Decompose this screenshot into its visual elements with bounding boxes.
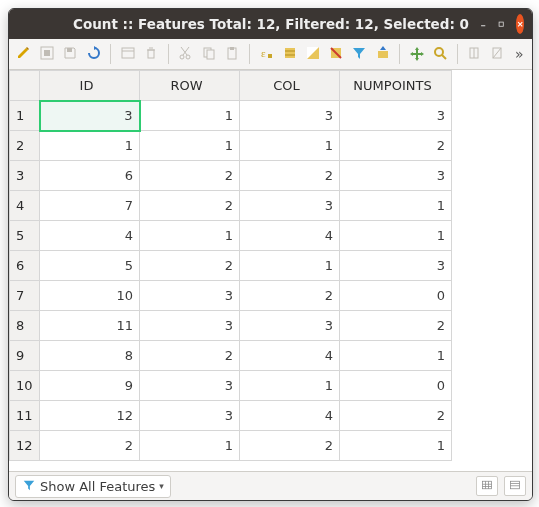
table-cell[interactable]: 9: [40, 371, 140, 401]
table-cell[interactable]: 2: [140, 191, 240, 221]
add-feature-button[interactable]: [117, 43, 138, 65]
select-all-button[interactable]: [279, 43, 300, 65]
paste-button[interactable]: [221, 43, 242, 65]
feature-filter-dropdown[interactable]: Show All Features ▾: [15, 475, 171, 498]
select-all-icon: [282, 45, 298, 64]
column-header-row[interactable]: ROW: [140, 71, 240, 101]
table-cell[interactable]: 2: [340, 311, 452, 341]
cut-button[interactable]: [175, 43, 196, 65]
svg-rect-39: [511, 481, 520, 489]
column-header-id[interactable]: ID: [40, 71, 140, 101]
move-selection-top-button[interactable]: [372, 43, 393, 65]
table-cell[interactable]: 4: [240, 221, 340, 251]
toggle-editing-button[interactable]: [13, 43, 34, 65]
table-cell[interactable]: 2: [40, 431, 140, 461]
table-cell[interactable]: 2: [140, 161, 240, 191]
table-cell[interactable]: 3: [140, 371, 240, 401]
table-cell[interactable]: 2: [340, 131, 452, 161]
table-cell[interactable]: 10: [40, 281, 140, 311]
table-cell[interactable]: 1: [40, 131, 140, 161]
zoom-to-selected-button[interactable]: [430, 43, 451, 65]
table-cell[interactable]: 3: [140, 311, 240, 341]
table-cell[interactable]: 3: [240, 311, 340, 341]
row-header[interactable]: 8: [10, 311, 40, 341]
table-cell[interactable]: 1: [340, 221, 452, 251]
table-cell[interactable]: 4: [240, 341, 340, 371]
attribute-table-scroll[interactable]: ID ROW COL NUMPOINTS 1313321112362234723…: [9, 70, 532, 471]
reload-button[interactable]: [83, 43, 104, 65]
table-cell[interactable]: 3: [140, 401, 240, 431]
table-cell[interactable]: 3: [40, 101, 140, 131]
row-header[interactable]: 6: [10, 251, 40, 281]
table-cell[interactable]: 1: [140, 101, 240, 131]
svg-rect-34: [483, 481, 492, 489]
table-view-button[interactable]: [476, 476, 498, 496]
table-cell[interactable]: 3: [340, 251, 452, 281]
deselect-all-button[interactable]: [325, 43, 346, 65]
table-cell[interactable]: 6: [40, 161, 140, 191]
new-field-button[interactable]: [464, 43, 485, 65]
copy-button[interactable]: [198, 43, 219, 65]
row-header[interactable]: 10: [10, 371, 40, 401]
delete-field-button[interactable]: [487, 43, 508, 65]
row-header[interactable]: 1: [10, 101, 40, 131]
filter-selection-button[interactable]: [349, 43, 370, 65]
table-cell[interactable]: 7: [40, 191, 140, 221]
table-cell[interactable]: 2: [240, 161, 340, 191]
window-close-button[interactable]: [516, 14, 524, 34]
table-cell[interactable]: 2: [140, 341, 240, 371]
table-cell[interactable]: 1: [340, 191, 452, 221]
table-cell[interactable]: 12: [40, 401, 140, 431]
form-view-button[interactable]: [504, 476, 526, 496]
window-maximize-button[interactable]: [497, 14, 505, 34]
table-cell[interactable]: 2: [340, 401, 452, 431]
select-by-expression-button[interactable]: ε: [256, 43, 277, 65]
row-header[interactable]: 2: [10, 131, 40, 161]
table-cell[interactable]: 0: [340, 281, 452, 311]
save-edits-button[interactable]: [60, 43, 81, 65]
svg-rect-22: [285, 48, 295, 58]
row-header[interactable]: 9: [10, 341, 40, 371]
table-cell[interactable]: 3: [340, 101, 452, 131]
svg-rect-5: [44, 50, 50, 56]
row-header[interactable]: 7: [10, 281, 40, 311]
table-cell[interactable]: 1: [240, 251, 340, 281]
table-row: 811332: [10, 311, 452, 341]
table-cell[interactable]: 3: [240, 191, 340, 221]
table-cell[interactable]: 1: [140, 431, 240, 461]
row-header[interactable]: 11: [10, 401, 40, 431]
row-header[interactable]: 4: [10, 191, 40, 221]
table-cell[interactable]: 2: [140, 251, 240, 281]
table-cell[interactable]: 8: [40, 341, 140, 371]
table-cell[interactable]: 1: [340, 431, 452, 461]
table-cell[interactable]: 4: [40, 221, 140, 251]
table-cell[interactable]: 5: [40, 251, 140, 281]
toolbar-overflow-button[interactable]: »: [511, 46, 528, 62]
table-cell[interactable]: 3: [340, 161, 452, 191]
multi-edit-button[interactable]: [36, 43, 57, 65]
table-cell[interactable]: 0: [340, 371, 452, 401]
table-cell[interactable]: 2: [240, 431, 340, 461]
table-cell[interactable]: 1: [340, 341, 452, 371]
table-cell[interactable]: 1: [140, 131, 240, 161]
row-header[interactable]: 5: [10, 221, 40, 251]
table-cell[interactable]: 1: [240, 371, 340, 401]
table-row: 36223: [10, 161, 452, 191]
column-header-numpoints[interactable]: NUMPOINTS: [340, 71, 452, 101]
window-minimize-button[interactable]: [479, 14, 487, 34]
invert-selection-button[interactable]: [302, 43, 323, 65]
table-cell[interactable]: 4: [240, 401, 340, 431]
table-cell[interactable]: 3: [240, 101, 340, 131]
table-cell[interactable]: 2: [240, 281, 340, 311]
row-header[interactable]: 3: [10, 161, 40, 191]
row-header[interactable]: 12: [10, 431, 40, 461]
table-corner[interactable]: [10, 71, 40, 101]
table-cell[interactable]: 11: [40, 311, 140, 341]
table-cell[interactable]: 1: [240, 131, 340, 161]
table-cell[interactable]: 3: [140, 281, 240, 311]
pan-to-selected-button[interactable]: [406, 43, 427, 65]
table-cell[interactable]: 1: [140, 221, 240, 251]
column-header-col[interactable]: COL: [240, 71, 340, 101]
delete-selected-button[interactable]: [140, 43, 161, 65]
new-field-icon: [467, 45, 483, 64]
